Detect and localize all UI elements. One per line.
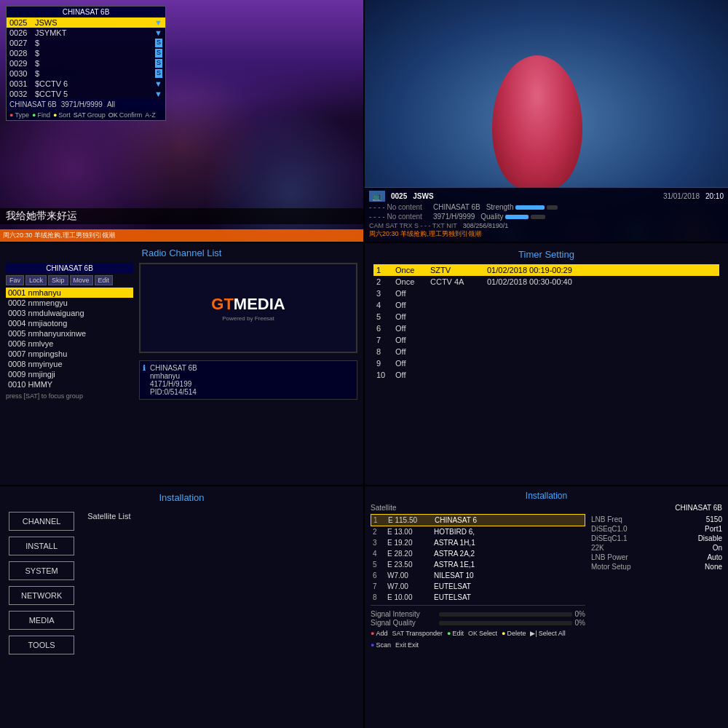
radio-left-panel: CHINASAT 6B Fav Lock Skip Move Edit 0001… — [6, 263, 133, 400]
radio-item[interactable]: 0010 HMMY — [6, 379, 133, 389]
timer-item-selected[interactable]: 1 Once SZTV 01/02/2018 00:19-00:29 — [373, 264, 719, 276]
radio-item-selected[interactable]: 0001 nmhanyu — [6, 288, 133, 298]
monitor-icon: 📺 — [369, 191, 385, 202]
add-btn[interactable]: ● Add — [371, 630, 387, 637]
satellite-item-selected[interactable]: 1 E 115.50 CHINASAT 6 — [371, 514, 585, 526]
subtitle-bar: 我给她带来好运 — [0, 208, 363, 224]
tools-button[interactable]: TOOLS — [9, 636, 74, 654]
strength-bar-fill — [515, 205, 545, 210]
timer-list: 1 Once SZTV 01/02/2018 00:19-00:29 2 Onc… — [373, 264, 719, 381]
fav-btn[interactable]: Fav — [6, 275, 24, 285]
radio-item[interactable]: 0003 nmdulwaiguang — [6, 308, 133, 318]
param-lnbpower: LNB Power Auto — [591, 553, 722, 562]
network-button[interactable]: NETWORK — [9, 586, 74, 605]
info-row1: 📺 0025 JSWS 31/01/2018 20:10 — [369, 191, 724, 202]
radio-item[interactable]: 0006 nmlvye — [6, 339, 133, 349]
satellite-right-title: CHINASAT 6B — [591, 504, 722, 512]
exit-btn[interactable]: Exit Exit — [395, 641, 419, 649]
satellite-header: Satellite — [371, 504, 585, 512]
media-button[interactable]: MEDIA — [9, 611, 74, 630]
signal-quality-bar — [439, 621, 572, 625]
channel-item[interactable]: 0026 JSYMKT ▼ — [7, 28, 165, 38]
channel-item[interactable]: 0027 $ S — [7, 38, 165, 48]
satellite-item[interactable]: 4 E 28.20 ASTRA 2A,2 — [371, 548, 585, 559]
satellite-item[interactable]: 5 E 23.50 ASTRA 1E,1 — [371, 559, 585, 570]
cell-middleright: Timer Setting 1 Once SZTV 01/02/2018 00:… — [365, 243, 728, 485]
gtmedia-logo: GTMEDIA — [211, 295, 285, 314]
channel-item[interactable]: 0031 $CCTV 6 ▼ — [7, 79, 165, 89]
radio-nav: Fav Lock Skip Move Edit — [6, 275, 133, 285]
cell-bottomright: Installation Satellite 1 E 115.50 CHINAS… — [365, 486, 728, 728]
timer-item[interactable]: 7Off — [373, 334, 719, 346]
install-title-6: Installation — [371, 491, 722, 501]
satellite-item[interactable]: 7 W7.00 EUTELSAT — [371, 581, 585, 592]
installation-menu: Installation CHANNEL INSTALL SYSTEM NETW… — [0, 486, 363, 663]
scan-btn[interactable]: ● Scan — [371, 641, 391, 649]
timer-item[interactable]: 8Off — [373, 346, 719, 357]
skip-btn[interactable]: Skip — [48, 275, 68, 285]
info-icon: ℹ — [143, 364, 146, 372]
radio-item[interactable]: 0002 nmmengyu — [6, 298, 133, 308]
channel-item[interactable]: 0029 $ S — [7, 58, 165, 68]
quality-bar-fill — [505, 215, 529, 219]
info-row3: - - - - No content 3971/H/9999 Quality — [369, 213, 724, 221]
channel-list-title: CHINASAT 6B — [7, 7, 165, 17]
signal-bars: Signal Intensity 0% Signal Quality 0% — [371, 610, 585, 627]
info-ticker: 周六20:30 羊绒抢购,理工男独到引领潮 — [369, 229, 724, 239]
cell-topright: 📺 0025 JSWS 31/01/2018 20:10 - - - - No … — [365, 0, 728, 242]
radio-item[interactable]: 0008 nmyinyue — [6, 359, 133, 369]
install-buttons: CHANNEL INSTALL SYSTEM NETWORK MEDIA TOO… — [6, 509, 77, 657]
signal-intensity-bar — [439, 612, 572, 617]
radio-title: Radio Channel List — [6, 248, 357, 258]
edit-btn[interactable]: Edit — [95, 275, 114, 285]
channel-item[interactable]: 0028 $ S — [7, 48, 165, 58]
timer-item[interactable]: 5Off — [373, 311, 719, 323]
gt-text: GT — [211, 295, 234, 313]
timer-item[interactable]: 10Off — [373, 369, 719, 381]
gtmedia-logo-box: GTMEDIA Powered by Freesat — [139, 263, 357, 353]
radio-item[interactable]: 0009 nmjingji — [6, 369, 133, 379]
timer-setting: Timer Setting 1 Once SZTV 01/02/2018 00:… — [365, 243, 728, 387]
ch-num: 0025 — [9, 18, 35, 27]
install-title: Installation — [6, 492, 357, 503]
satellite-item[interactable]: 8 E 10.00 EUTELSAT — [371, 592, 585, 603]
radio-channel-list: Radio Channel List CHINASAT 6B Fav Lock … — [0, 243, 363, 404]
info-row4: CAM SAT TRX S - - - TXT NIT 308/256/8190… — [369, 222, 724, 229]
select-btn[interactable]: OK Select — [468, 630, 497, 637]
channel-list-controls: ● Type ● Find ● Sort SAT Group OK Confir… — [7, 110, 165, 120]
channel-item[interactable]: 0032 $CCTV 5 ▼ — [7, 89, 165, 99]
transponder-btn[interactable]: SAT Transponder — [392, 630, 443, 637]
satellite-list-area: Satellite List — [84, 509, 357, 657]
cell-bottomleft: Installation CHANNEL INSTALL SYSTEM NETW… — [0, 486, 363, 728]
edit-btn[interactable]: ● Edit — [447, 630, 464, 637]
channel-item[interactable]: 0030 $ S — [7, 68, 165, 79]
param-diseqc11: DiSEqC1.1 Disable — [591, 534, 722, 543]
move-btn[interactable]: Move — [70, 275, 93, 285]
timer-item[interactable]: 9Off — [373, 357, 719, 369]
press-hint: press [SAT] to focus group — [6, 392, 133, 400]
radio-item[interactable]: 0004 nmjiaotong — [6, 318, 133, 328]
selectall-btn[interactable]: ▶| Select All — [530, 630, 565, 637]
system-button[interactable]: SYSTEM — [9, 561, 74, 580]
radio-item[interactable]: 0005 nmhanyunxinwe — [6, 328, 133, 339]
timer-item[interactable]: 3Off — [373, 288, 719, 299]
timer-item[interactable]: 4Off — [373, 299, 719, 311]
satellite-item[interactable]: 2 E 13.00 HOTBIRD 6, — [371, 526, 585, 537]
satellite-item[interactable]: 3 E 19.20 ASTRA 1H,1 — [371, 537, 585, 548]
delete-btn[interactable]: ● Delete — [502, 630, 526, 637]
lock-btn[interactable]: Lock — [25, 275, 47, 285]
ticker-bar: 周六20:30 羊绒抢购,理工男独到引领潮 — [0, 229, 363, 242]
install-button[interactable]: INSTALL — [9, 537, 74, 555]
channel-button[interactable]: CHANNEL — [9, 512, 74, 531]
info-row2: - - - - No content CHINASAT 6B Strength — [369, 203, 724, 211]
param-22k: 22K On — [591, 543, 722, 553]
installation-satellite: Installation Satellite 1 E 115.50 CHINAS… — [365, 486, 728, 653]
channel-item-selected[interactable]: 0025 JSWS ▼ — [7, 17, 165, 28]
radio-item[interactable]: 0007 nmpingshu — [6, 349, 133, 359]
timer-item[interactable]: 6Off — [373, 323, 719, 334]
satellite-list: Satellite 1 E 115.50 CHINASAT 6 2 E 13.0… — [371, 504, 585, 649]
satellite-params: CHINASAT 6B LNB Freq 5150 DiSEqC1.0 Port… — [591, 504, 722, 649]
cell-middleleft: Radio Channel List CHINASAT 6B Fav Lock … — [0, 243, 363, 485]
timer-item[interactable]: 2 Once CCTV 4A 01/02/2018 00:30-00:40 — [373, 276, 719, 288]
satellite-item[interactable]: 6 W7.00 NILESAT 10 — [371, 570, 585, 581]
